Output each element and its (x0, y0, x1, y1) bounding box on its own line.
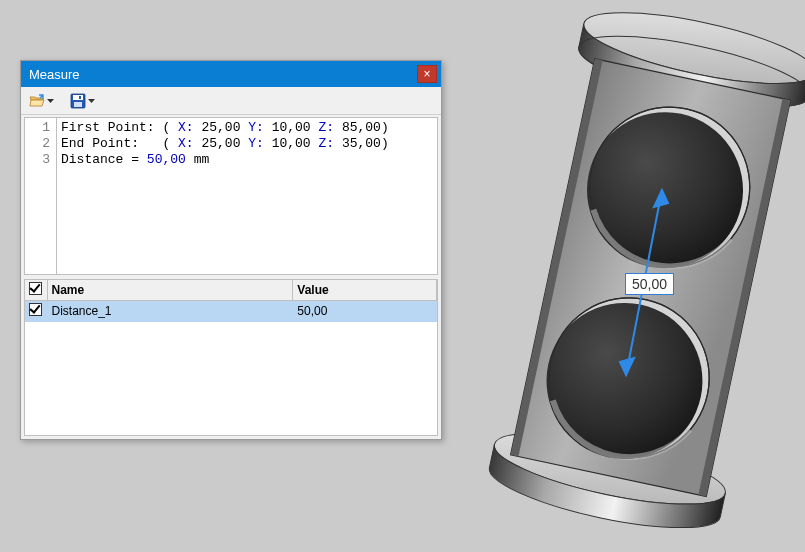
toolbar (21, 87, 441, 115)
results-table-area: Name Value Distance_150,00 (24, 279, 438, 436)
row-name: Distance_1 (47, 300, 293, 322)
measure-dialog: Measure × 123 First Point: ( X: 25,00 Y:… (20, 60, 442, 440)
header-value[interactable]: Value (293, 280, 437, 300)
svg-rect-17 (79, 96, 81, 99)
header-name[interactable]: Name (47, 280, 293, 300)
code-area[interactable]: 123 First Point: ( X: 25,00 Y: 10,00 Z: … (24, 117, 438, 275)
header-checkbox-col (25, 280, 47, 300)
close-button[interactable]: × (417, 65, 437, 83)
open-button[interactable] (27, 91, 56, 111)
chevron-down-icon (47, 93, 54, 109)
svg-rect-15 (73, 95, 83, 100)
titlebar[interactable]: Measure × (21, 61, 441, 87)
results-table: Name Value Distance_150,00 (25, 280, 437, 322)
save-icon (70, 93, 86, 109)
row-value: 50,00 (293, 300, 437, 322)
folder-open-icon (29, 93, 45, 109)
header-checkbox[interactable] (29, 282, 42, 295)
svg-rect-16 (74, 102, 82, 107)
chevron-down-icon (88, 93, 95, 109)
row-checkbox[interactable] (29, 303, 42, 316)
table-row[interactable]: Distance_150,00 (25, 300, 437, 322)
dimension-label[interactable]: 50,00 (625, 273, 674, 295)
code-gutter: 123 (25, 118, 57, 274)
row-checkbox-cell (25, 300, 47, 322)
save-button[interactable] (68, 91, 97, 111)
dialog-title: Measure (29, 67, 417, 82)
code-content: First Point: ( X: 25,00 Y: 10,00 Z: 85,0… (57, 118, 437, 274)
